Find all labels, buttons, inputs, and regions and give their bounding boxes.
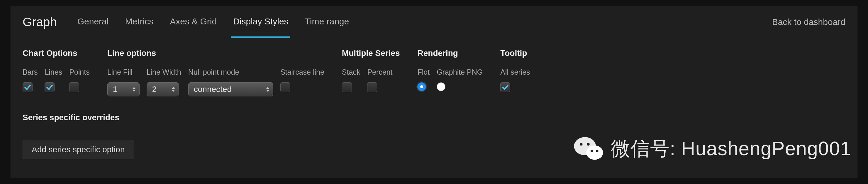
- group-title: Multiple Series: [342, 49, 400, 58]
- group-rendering: Rendering Flot Graphite PNG: [417, 49, 483, 97]
- group-title: Line options: [107, 49, 324, 58]
- label-percent: Percent: [367, 68, 392, 76]
- label-graphite-png: Graphite PNG: [437, 68, 483, 76]
- group-line-options: Line options Line Fill 1 Line Width 2: [107, 49, 324, 97]
- radio-graphite-png[interactable]: [437, 82, 445, 91]
- label-bars: Bars: [23, 68, 37, 76]
- group-title: Rendering: [417, 49, 483, 58]
- checkbox-stack[interactable]: [342, 82, 352, 92]
- label-points: Points: [69, 68, 89, 76]
- add-series-override-button[interactable]: Add series specific option: [23, 140, 134, 159]
- select-null-point-mode[interactable]: connected: [188, 82, 273, 97]
- tab-bar: Graph General Metrics Axes & Grid Displa…: [11, 6, 857, 38]
- label-staircase-line: Staircase line: [280, 68, 324, 76]
- select-line-fill[interactable]: 1: [107, 82, 140, 97]
- stepper-arrows-icon: [172, 87, 175, 92]
- check-icon: [46, 83, 53, 91]
- radio-flot[interactable]: [417, 82, 426, 91]
- series-overrides-title: Series specific overrides: [23, 113, 845, 122]
- checkbox-bars[interactable]: [23, 82, 33, 92]
- label-lines: Lines: [44, 68, 62, 76]
- select-value: 1: [113, 85, 118, 94]
- label-all-series: All series: [500, 68, 530, 76]
- group-multiple-series: Multiple Series Stack Percent: [342, 49, 400, 97]
- label-stack: Stack: [342, 68, 361, 76]
- tab-general[interactable]: General: [76, 6, 111, 37]
- select-value: connected: [194, 85, 232, 94]
- group-chart-options: Chart Options Bars Lines: [23, 49, 90, 97]
- checkbox-all-series[interactable]: [500, 82, 510, 92]
- tab-time-range[interactable]: Time range: [303, 6, 351, 37]
- stepper-arrows-icon: [132, 87, 136, 92]
- label-line-fill: Line Fill: [107, 68, 140, 76]
- panel-body: Chart Options Bars Lines: [11, 38, 857, 170]
- checkbox-points[interactable]: [69, 82, 79, 92]
- group-tooltip: Tooltip All series: [500, 49, 530, 97]
- checkbox-lines[interactable]: [44, 82, 55, 92]
- stepper-arrows-icon: [266, 87, 270, 92]
- group-title: Tooltip: [500, 49, 530, 58]
- display-styles-panel: Graph General Metrics Axes & Grid Displa…: [10, 6, 858, 178]
- panel-title: Graph: [23, 15, 57, 29]
- tab-axes-and-grid[interactable]: Axes & Grid: [168, 6, 218, 37]
- select-value: 2: [152, 85, 157, 94]
- label-null-point-mode: Null point mode: [188, 68, 273, 76]
- check-icon: [24, 83, 31, 91]
- tab-display-styles[interactable]: Display Styles: [231, 6, 290, 37]
- tab-metrics[interactable]: Metrics: [123, 6, 155, 37]
- option-groups-row: Chart Options Bars Lines: [23, 49, 845, 97]
- label-line-width: Line Width: [147, 68, 181, 76]
- select-line-width[interactable]: 2: [147, 82, 179, 97]
- back-to-dashboard-link[interactable]: Back to dashboard: [772, 17, 845, 27]
- checkbox-percent[interactable]: [367, 82, 377, 92]
- check-icon: [501, 83, 509, 91]
- label-flot: Flot: [417, 68, 430, 76]
- group-title: Chart Options: [23, 49, 90, 58]
- checkbox-staircase[interactable]: [280, 82, 290, 92]
